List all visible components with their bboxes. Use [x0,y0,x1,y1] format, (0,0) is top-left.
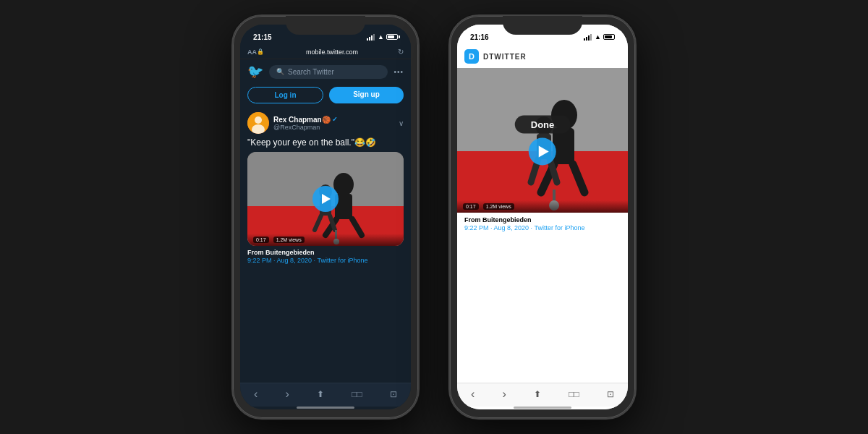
lock-icon-left: 🔒 [257,48,264,55]
video-overlay-left: 0:17 1.2M views [247,234,404,246]
status-time-right: 21:16 [470,33,489,41]
play-triangle-left [322,194,331,204]
right-phone-screen: 21:16 ▲ D DTWITTER [457,25,628,409]
video-views-left: 1.2M views [273,237,305,243]
auth-buttons: Log in Sign up [240,84,411,108]
tweet-user-info: Rex Chapman🏀 ✓ @RexChapman [273,116,338,131]
browser-bar-left: AA 🔒 mobile.twitter.com ↻ [240,45,411,59]
twitter-nav: 🐦 🔍 Search Twitter ••• [240,59,411,84]
video-scene-left: 0:17 1.2M views [247,152,404,246]
done-overlay: Done [515,116,571,166]
forward-button-left[interactable]: › [286,388,289,401]
video-expanded: Done 0:17 1.2M views [457,68,628,213]
tweet-chevron[interactable]: ∨ [399,119,404,127]
tweet-avatar-row: Rex Chapman🏀 ✓ @RexChapman [247,112,338,134]
verified-badge: ✓ [332,116,338,123]
tweet-time-left[interactable]: 9:22 PM · Aug 8, 2020 · Twitter for iPho… [247,257,404,264]
back-button-right[interactable]: ‹ [471,388,475,401]
url-text-left[interactable]: mobile.twitter.com [266,48,398,56]
signup-button[interactable]: Sign up [329,87,404,103]
status-icons-left: ▲ [367,33,398,41]
video-thumb-left[interactable]: 0:17 1.2M views [247,152,404,246]
search-placeholder: Search Twitter [288,68,334,76]
signal-icon-left [367,34,375,41]
app-icon: D [464,49,479,64]
tweet-text: "Keep your eye on the ball."😂🤣 [247,137,404,149]
svg-rect-20 [586,37,587,41]
svg-rect-2 [371,35,373,41]
browser-bottom-left: ‹ › ⬆ □□ ⊡ [240,383,411,407]
video-overlay-right: 0:17 1.2M views [457,200,628,213]
battery-fill-right [605,35,612,38]
video-scene-right: Done 0:17 1.2M views [457,68,628,213]
share-button-left[interactable]: ⬆ [317,389,324,399]
app-header-right: D DTWITTER [457,45,628,68]
battery-icon-left [386,34,398,40]
battery-fill-left [388,35,394,38]
phone-notch [286,16,365,35]
video-views-right: 1.2M views [483,203,514,210]
app-name-label: DTWITTER [483,53,527,61]
reload-icon-left[interactable]: ↻ [398,48,404,56]
svg-rect-3 [373,34,375,41]
left-phone: 21:15 ▲ AA 🔒 mobile.twitter.com [231,14,420,420]
back-button-left[interactable]: ‹ [254,388,258,401]
twitter-logo: 🐦 [247,64,263,80]
app-content-left: 🐦 🔍 Search Twitter ••• Log in Sign up [240,59,411,383]
home-indicator-left [240,407,411,409]
svg-rect-21 [588,35,590,41]
video-duration-right: 0:17 [463,203,479,210]
browser-bottom-right: ‹ › ⬆ □□ ⊡ [457,383,628,407]
tweet-time-right[interactable]: 9:22 PM · Aug 8, 2020 · Twitter for iPho… [464,224,621,231]
play-triangle-right [539,146,549,158]
aa-text-left[interactable]: AA [247,48,257,56]
search-icon: 🔍 [276,68,284,75]
right-phone: 21:16 ▲ D DTWITTER [448,14,637,420]
svg-rect-1 [369,37,370,41]
home-bar-left [297,407,354,409]
video-duration-left: 0:17 [253,237,269,243]
svg-rect-22 [590,34,592,41]
tweet-source-left: From Buitengebieden [247,249,404,256]
more-dots[interactable]: ••• [393,68,404,76]
forward-button-right[interactable]: › [503,388,506,401]
done-label[interactable]: Done [515,116,571,134]
tweet-left: Rex Chapman🏀 ✓ @RexChapman ∨ "Keep your … [240,108,411,268]
app-icon-letter: D [469,52,475,61]
status-icons-right: ▲ [584,33,615,41]
svg-point-5 [255,116,262,124]
tweet-bottom-right: From Buitengebieden 9:22 PM · Aug 8, 202… [457,213,628,235]
phone-notch-right [503,16,582,35]
tweet-handle: @RexChapman [273,124,338,131]
status-time-left: 21:15 [253,33,272,41]
battery-icon-right [603,34,615,40]
home-bar-right [514,407,571,409]
spacer-right [457,235,628,383]
tweet-name: Rex Chapman🏀 ✓ [273,116,338,124]
tabs-button-right[interactable]: ⊡ [607,389,614,399]
avatar-left [247,112,269,134]
search-box[interactable]: 🔍 Search Twitter [269,65,388,79]
wifi-icon-right: ▲ [595,33,601,41]
bookmarks-button-right[interactable]: □□ [569,389,579,399]
play-button-left[interactable] [312,186,339,212]
wifi-icon-left: ▲ [378,33,384,41]
tweet-source-right: From Buitengebieden [464,216,621,224]
svg-rect-19 [584,38,585,41]
signal-icon-right [584,34,592,41]
bookmarks-button-left[interactable]: □□ [352,389,362,399]
tweet-header: Rex Chapman🏀 ✓ @RexChapman ∨ [247,112,404,134]
tabs-button-left[interactable]: ⊡ [390,389,397,399]
left-phone-screen: 21:15 ▲ AA 🔒 mobile.twitter.com [240,25,411,409]
play-button-right[interactable] [529,138,556,166]
share-button-right[interactable]: ⬆ [534,389,541,399]
svg-rect-0 [367,38,368,41]
home-indicator-right [457,407,628,409]
login-button[interactable]: Log in [247,87,323,103]
